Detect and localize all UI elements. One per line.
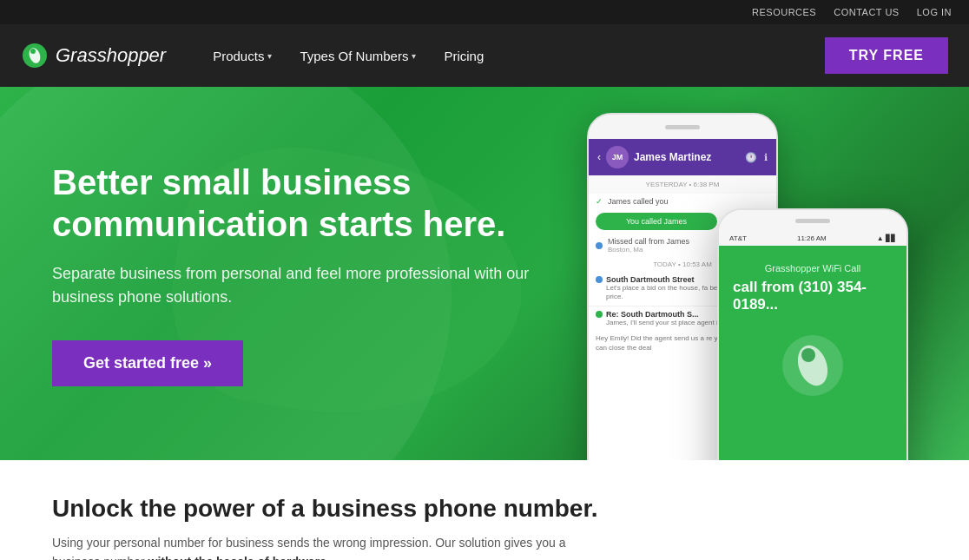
thread2-title: Re: South Dartmouth S...	[606, 310, 699, 319]
svg-point-2	[30, 49, 36, 54]
thread1-title: South Dartmouth Street	[606, 275, 695, 284]
contact-name: James Martinez	[634, 151, 740, 163]
hero-subtitle: Separate business from personal and feel…	[52, 262, 556, 309]
get-started-button[interactable]: Get started free »	[52, 340, 243, 386]
phone1-header: ‹ JM James Martinez 🕐 ℹ	[589, 139, 776, 175]
svg-point-5	[801, 348, 815, 362]
nav-pricing[interactable]: Pricing	[432, 42, 496, 70]
nav-links: Products ▾ Types Of Numbers ▾ Pricing TR…	[201, 37, 948, 74]
check-icon: ✓	[596, 197, 603, 206]
msg-text1: James called you	[608, 197, 669, 206]
logo[interactable]: Grasshopper	[21, 42, 166, 69]
info-icon: ℹ	[764, 152, 768, 163]
grasshopper-watermark	[778, 331, 847, 400]
navbar: Grasshopper Products ▾ Types Of Numbers …	[0, 24, 969, 87]
msg-james-called: ✓ James called you	[589, 194, 776, 209]
bottom-desc: Using your personal number for business …	[52, 533, 917, 560]
thread-dot	[596, 276, 603, 283]
thread2-dot	[596, 311, 603, 318]
grasshopper-logo-icon	[21, 42, 49, 69]
msg-date1: YESTERDAY • 6:38 PM	[589, 175, 776, 194]
hero-content: Better small business communication star…	[52, 161, 556, 386]
missed-location: Boston, Ma	[608, 246, 689, 254]
call-label: Grasshopper WiFi Call	[765, 263, 861, 273]
phones-container: ‹ JM James Martinez 🕐 ℹ YESTERDAY • 6:38…	[570, 96, 934, 460]
signal-icon: ▲ ▊▊	[877, 234, 896, 242]
hero-section: Better small business communication star…	[0, 87, 969, 460]
carrier-label: AT&T	[729, 234, 747, 242]
phone-call: AT&T 11:26 AM ▲ ▊▊ Grasshopper WiFi Call…	[717, 208, 908, 460]
top-bar: RESOURCES CONTACT US LOG IN	[0, 0, 969, 24]
login-link[interactable]: LOG IN	[917, 7, 952, 17]
chevron-down-icon: ▾	[267, 51, 272, 61]
clock-icon: 🕐	[745, 152, 757, 163]
bottom-title: Unlock the power of a business phone num…	[52, 495, 917, 523]
bottom-desc-text: Using your personal number for business …	[52, 536, 565, 550]
bottom-desc-emphasis: without the hassle of hardware.	[148, 555, 330, 560]
phone2-top-bar	[719, 210, 906, 231]
phone1-top-bar	[589, 115, 776, 139]
call-number: call from (310) 354-0189...	[733, 279, 893, 313]
call-bubble: You called James	[596, 213, 717, 230]
phone2-speaker	[795, 219, 830, 223]
phone1-action-icons: 🕐 ℹ	[745, 152, 768, 163]
back-icon: ‹	[597, 151, 601, 163]
missed-text: Missed call from James	[608, 237, 689, 246]
phone-speaker	[665, 125, 700, 129]
status-time: 11:26 AM	[797, 234, 827, 242]
call-area: Grasshopper WiFi Call call from (310) 35…	[719, 246, 906, 460]
bottom-section: Unlock the power of a business phone num…	[0, 460, 969, 560]
resources-link[interactable]: RESOURCES	[752, 7, 816, 17]
hero-title: Better small business communication star…	[52, 161, 556, 245]
logo-text: Grasshopper	[56, 44, 166, 67]
phone2-status-bar: AT&T 11:26 AM ▲ ▊▊	[719, 231, 906, 246]
nav-products[interactable]: Products ▾	[201, 42, 284, 70]
chevron-down-icon: ▾	[412, 51, 416, 61]
missed-dot	[596, 242, 603, 249]
nav-types[interactable]: Types Of Numbers ▾	[287, 42, 428, 70]
try-free-button[interactable]: TRY FREE	[825, 37, 948, 74]
contact-link[interactable]: CONTACT US	[834, 7, 900, 17]
avatar: JM	[606, 146, 629, 168]
bottom-desc-text2: business number	[52, 555, 148, 560]
